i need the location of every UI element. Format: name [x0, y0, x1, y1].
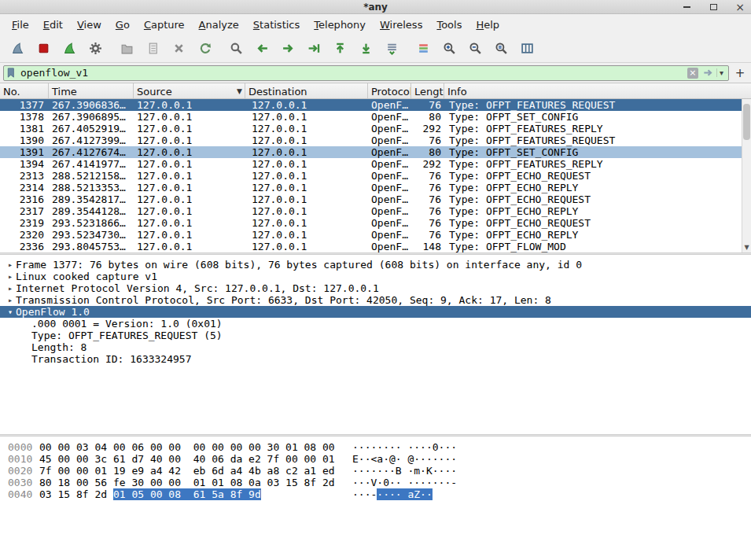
expand-icon[interactable]: ▸: [5, 282, 16, 294]
go-to-last-button[interactable]: [353, 37, 379, 61]
hex-bytes[interactable]: 00 00 03 04 00 06 00 00 00 00 00 00 30 0…: [39, 441, 332, 453]
detail-line[interactable]: ▾OpenFlow 1.0: [0, 306, 751, 318]
packet-row-2319[interactable]: 2319293.5231866…127.0.0.1127.0.0.1OpenF……: [0, 217, 742, 229]
column-header-source[interactable]: Source▼: [134, 83, 245, 98]
hex-bytes[interactable]: 03 15 8f 2d 01 05 00 08 61 5a 8f 9d: [39, 488, 332, 500]
zoom-original-button[interactable]: [488, 37, 514, 61]
start-capture-button[interactable]: [5, 37, 31, 61]
filter-dropdown-icon[interactable]: ▾: [716, 68, 726, 77]
apply-filter-icon[interactable]: [702, 67, 714, 79]
scrollbar-thumb[interactable]: [743, 104, 750, 140]
menu-item-statistics[interactable]: Statistics: [246, 17, 307, 33]
menu-item-help[interactable]: Help: [469, 17, 506, 33]
hex-row-0020[interactable]: 00207f 00 00 01 19 e9 a4 42 eb 6d a4 4b …: [0, 465, 751, 477]
zoom-in-button[interactable]: [436, 37, 462, 61]
go-back-button[interactable]: [249, 37, 275, 61]
detail-line[interactable]: ▸Frame 1377: 76 bytes on wire (608 bits)…: [0, 259, 751, 271]
go-to-first-button[interactable]: [327, 37, 353, 61]
title-bar[interactable]: *any ×: [0, 0, 751, 14]
colorize-button[interactable]: [410, 37, 436, 61]
packet-row-1394[interactable]: 1394267.4141977…127.0.0.1127.0.0.1OpenF……: [0, 158, 742, 170]
hex-row-0000[interactable]: 000000 00 03 04 00 06 00 00 00 00 00 00 …: [0, 441, 751, 453]
scrollbar-down-icon[interactable]: ▼: [742, 242, 751, 252]
hex-bytes[interactable]: 45 00 00 3c 61 d7 40 00 40 06 da e2 7f 0…: [39, 453, 332, 465]
detail-line[interactable]: Transaction ID: 1633324957: [0, 353, 751, 365]
detail-line[interactable]: ▸Internet Protocol Version 4, Src: 127.0…: [0, 282, 751, 294]
open-file-button[interactable]: [114, 37, 140, 61]
hex-row-0010[interactable]: 001045 00 00 3c 61 d7 40 00 40 06 da e2 …: [0, 453, 751, 465]
column-header-destination[interactable]: Destination: [245, 83, 368, 98]
minimize-icon: [683, 6, 690, 8]
no-expander: [5, 341, 16, 353]
hex-bytes[interactable]: 7f 00 00 01 19 e9 a4 42 eb 6d a4 4b a8 c…: [39, 465, 332, 477]
expand-icon[interactable]: ▸: [5, 259, 16, 271]
menu-item-file[interactable]: File: [5, 17, 36, 33]
shark-fin-start-icon: [11, 42, 24, 55]
hex-ascii-selected[interactable]: ···· aZ··: [377, 488, 432, 500]
hex-ascii[interactable]: ···-···· aZ··: [352, 488, 433, 500]
packet-row-1378[interactable]: 1378267.3906895…127.0.0.1127.0.0.1OpenF……: [0, 111, 742, 123]
packet-cell-length: 76: [411, 170, 444, 182]
packet-row-2316[interactable]: 2316289.3542817…127.0.0.1127.0.0.1OpenF……: [0, 193, 742, 205]
packet-row-1390[interactable]: 1390267.4127399…127.0.0.1127.0.0.1OpenF……: [0, 134, 742, 146]
collapse-icon[interactable]: ▾: [5, 306, 16, 318]
hex-ascii[interactable]: ·······B ·m·K····: [352, 465, 457, 477]
menu-item-capture[interactable]: Capture: [137, 17, 192, 33]
column-header-protocol[interactable]: Protocol: [368, 83, 411, 98]
packet-row-2314[interactable]: 2314288.5213353…127.0.0.1127.0.0.1OpenF……: [0, 182, 742, 193]
go-forward-button[interactable]: [275, 37, 301, 61]
hex-ascii[interactable]: ···V·0·· ·······-: [352, 477, 457, 488]
hex-bytes[interactable]: 80 18 00 56 fe 30 00 00 01 01 08 0a 03 1…: [39, 477, 332, 488]
packet-row-2313[interactable]: 2313288.5212158…127.0.0.1127.0.0.1OpenF……: [0, 170, 742, 182]
detail-line[interactable]: ▸Linux cooked capture v1: [0, 271, 751, 282]
detail-line[interactable]: .000 0001 = Version: 1.0 (0x01): [0, 318, 751, 330]
expand-icon[interactable]: ▸: [5, 271, 16, 282]
menu-item-tools[interactable]: Tools: [429, 17, 469, 33]
column-header-length[interactable]: Length: [411, 83, 444, 98]
hex-row-0030[interactable]: 003080 18 00 56 fe 30 00 00 01 01 08 0a …: [0, 477, 751, 488]
packet-row-2336[interactable]: 2336293.8045753…127.0.0.1127.0.0.1OpenF……: [0, 241, 742, 252]
packet-row-2317[interactable]: 2317289.3544128…127.0.0.1127.0.0.1OpenF……: [0, 205, 742, 217]
resize-columns-button[interactable]: [514, 37, 540, 61]
hex-ascii[interactable]: E··<a·@· @·······: [352, 453, 457, 465]
packet-row-1381[interactable]: 1381267.4052919…127.0.0.1127.0.0.1OpenF……: [0, 123, 742, 134]
column-header-no[interactable]: No.: [0, 83, 49, 98]
packet-row-1391[interactable]: 1391267.4127674…127.0.0.1127.0.0.1OpenF……: [0, 146, 742, 158]
detail-line[interactable]: Type: OFPT_FEATURES_REQUEST (5): [0, 330, 751, 341]
column-header-info[interactable]: Info: [444, 83, 751, 98]
menu-item-view[interactable]: View: [70, 17, 109, 33]
restart-capture-button[interactable]: [57, 37, 83, 61]
capture-options-button[interactable]: [83, 37, 109, 61]
menu-item-wireless[interactable]: Wireless: [373, 17, 429, 33]
stop-capture-button[interactable]: [31, 37, 57, 61]
column-header-time[interactable]: Time: [49, 83, 134, 98]
reload-button[interactable]: [192, 37, 218, 61]
go-to-packet-button[interactable]: [301, 37, 327, 61]
hex-bytes-selected[interactable]: 01 05 00 08 61 5a 8f 9d: [113, 488, 261, 500]
close-file-button[interactable]: [166, 37, 192, 61]
save-file-button[interactable]: [140, 37, 166, 61]
clear-filter-icon[interactable]: ×: [687, 68, 698, 79]
close-button[interactable]: ×: [734, 1, 746, 13]
detail-line[interactable]: ▸Transmission Control Protocol, Src Port…: [0, 294, 751, 306]
packet-list-scrollbar[interactable]: ▼: [742, 99, 751, 252]
expand-icon[interactable]: ▸: [5, 294, 16, 306]
add-filter-button[interactable]: +: [732, 65, 748, 81]
menu-item-edit[interactable]: Edit: [36, 17, 70, 33]
filter-bookmark-icon[interactable]: [6, 67, 17, 79]
display-filter-input[interactable]: openflow_v1 × ▾: [3, 65, 729, 81]
menu-item-go[interactable]: Go: [109, 17, 137, 33]
packet-row-2320[interactable]: 2320293.5234730…127.0.0.1127.0.0.1OpenF……: [0, 229, 742, 241]
packet-row-1377[interactable]: 1377267.3906836…127.0.0.1127.0.0.1OpenF……: [0, 99, 742, 111]
packet-list-body: 1377267.3906836…127.0.0.1127.0.0.1OpenF……: [0, 99, 742, 252]
zoom-out-button[interactable]: [462, 37, 488, 61]
auto-scroll-button[interactable]: [379, 37, 405, 61]
hex-row-0040[interactable]: 004003 15 8f 2d 01 05 00 08 61 5a 8f 9d·…: [0, 488, 751, 500]
minimize-button[interactable]: [680, 1, 693, 13]
detail-line[interactable]: Length: 8: [0, 341, 751, 353]
hex-ascii[interactable]: ········ ····0···: [352, 441, 457, 453]
maximize-button[interactable]: [707, 1, 720, 13]
find-packet-button[interactable]: [223, 37, 249, 61]
menu-item-telephony[interactable]: Telephony: [307, 17, 373, 33]
menu-item-analyze[interactable]: Analyze: [192, 17, 246, 33]
